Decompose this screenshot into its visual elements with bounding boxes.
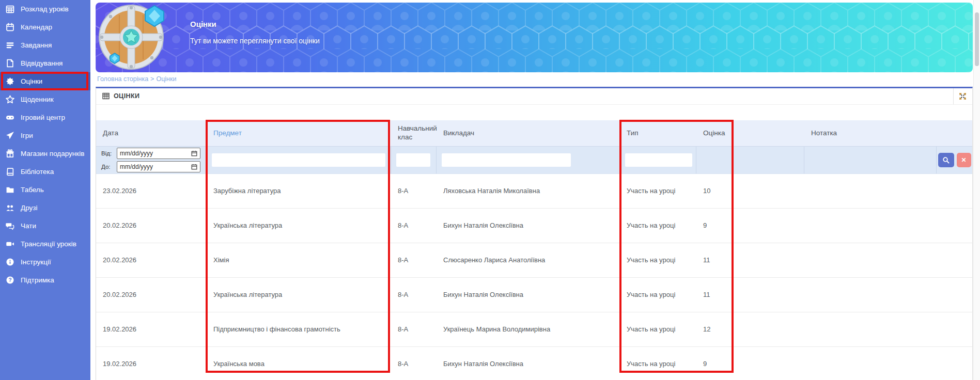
sidebar-item-label: Магазин подарунків — [21, 150, 84, 157]
sidebar-item-diary[interactable]: Щоденник — [0, 90, 90, 108]
cell-teacher: Українець Марина Володимирівна — [437, 312, 620, 346]
cell-class: 8-А — [391, 174, 437, 208]
grades-panel: ОЦІНКИ ДатаПредметНавчальний класВикла — [96, 87, 973, 380]
column-header-actions — [937, 120, 972, 146]
breadcrumb-separator: > — [150, 75, 154, 83]
cell-note — [804, 209, 937, 243]
cell-class: 8-А — [391, 278, 437, 312]
filter-cell-actions: ✕ — [937, 147, 972, 173]
calendar-icon — [6, 23, 14, 31]
clear-filter-button[interactable]: ✕ — [957, 153, 971, 167]
panel-header: ОЦІНКИ — [96, 88, 972, 105]
sidebar-item-library[interactable]: Бібліотека — [0, 163, 90, 181]
filter-cell-teacher — [437, 147, 620, 173]
table-body: 23.02.2026Зарубіжна література8-АЛяховсь… — [96, 174, 972, 380]
sidebar-item-calendar[interactable]: Календар — [0, 18, 90, 36]
sidebar-item-report-card[interactable]: Табель — [0, 181, 90, 199]
sidebar-item-schedule[interactable]: Розклад уроків — [0, 0, 90, 18]
cell-date: 20.02.2026 — [96, 278, 207, 312]
cell-type: Участь на уроці — [620, 347, 696, 380]
cell-type: Участь на уроці — [620, 174, 696, 208]
cell-subject: Підприємництво і фінансова грамотність — [207, 312, 391, 346]
sidebar-item-label: Календар — [21, 23, 52, 31]
sidebar-item-grades[interactable]: Оцінки — [0, 72, 90, 90]
cell-date: 19.02.2026 — [96, 347, 207, 380]
class-filter-input[interactable] — [396, 153, 430, 167]
cell-note — [804, 243, 937, 277]
people-icon — [6, 203, 14, 212]
teacher-filter-input[interactable] — [442, 153, 571, 167]
page-subtitle: Тут ви можете переглянути свої оцінки — [190, 37, 320, 45]
table-filter-row: Від: mm/dd/yyyy — [96, 147, 972, 174]
cell-type: Участь на уроці — [620, 278, 696, 312]
cell-grade: 11 — [696, 243, 804, 277]
sidebar-item-attendance[interactable]: Відвідування — [0, 54, 90, 72]
sidebar-item-label: Друзі — [21, 204, 37, 212]
sidebar-item-tasks[interactable]: Завдання — [0, 36, 90, 54]
cell-type: Участь на уроці — [620, 243, 696, 277]
cell-subject: Українська література — [207, 278, 391, 312]
sidebar-item-lesson-streams[interactable]: Трансляції уроків — [0, 235, 90, 253]
sidebar-item-label: Інструкції — [21, 258, 51, 266]
breadcrumb-home-link[interactable]: Головна сторінка — [97, 75, 148, 83]
scrollbar-thumb[interactable] — [975, 12, 979, 66]
date-to-input[interactable]: mm/dd/yyyy — [117, 161, 200, 172]
sidebar: Розклад уроківКалендарЗавданняВідвідуван… — [0, 0, 90, 380]
table-row: 19.02.2026Українська мова8-АБихун Наталі… — [96, 347, 972, 380]
column-header-type: Тип — [620, 120, 696, 146]
sidebar-item-instructions[interactable]: Інструкції — [0, 253, 90, 271]
rocket-icon — [6, 131, 14, 140]
cell-actions — [937, 243, 972, 277]
cell-date: 20.02.2026 — [96, 243, 207, 277]
cell-grade: 11 — [696, 278, 804, 312]
calendar-picker-icon[interactable] — [191, 164, 197, 170]
sidebar-item-label: Бібліотека — [21, 168, 54, 176]
filter-cell-note — [804, 147, 937, 173]
sidebar-item-games[interactable]: Ігри — [0, 126, 90, 145]
date-from-input[interactable]: mm/dd/yyyy — [117, 148, 200, 159]
cell-actions — [937, 278, 972, 312]
sidebar-item-label: Ігри — [21, 132, 33, 139]
question-icon: ? — [6, 276, 14, 284]
cell-note — [804, 174, 937, 208]
sidebar-item-game-center[interactable]: Ігровий центр — [0, 108, 90, 126]
column-header-subject[interactable]: Предмет — [207, 120, 391, 146]
search-button[interactable] — [938, 153, 954, 167]
badge-icon — [6, 77, 14, 86]
cell-actions — [937, 347, 972, 380]
cell-type: Участь на уроці — [620, 312, 696, 346]
cell-actions — [937, 209, 972, 243]
table-row: 23.02.2026Зарубіжна література8-АЛяховсь… — [96, 174, 972, 209]
gamepad-icon — [6, 113, 14, 122]
sidebar-item-label: Щоденник — [21, 96, 54, 103]
sidebar-item-gift-shop[interactable]: Магазин подарунків — [0, 145, 90, 163]
subject-filter-input[interactable] — [212, 153, 385, 167]
grades-table: ДатаПредметНавчальний класВикладачТипОці… — [96, 120, 972, 380]
calendar-grid-icon — [6, 5, 14, 13]
cell-grade: 9 — [696, 209, 804, 243]
sidebar-item-chats[interactable]: Чати — [0, 217, 90, 235]
sidebar-item-friends[interactable]: Друзі — [0, 199, 90, 217]
cell-date: 19.02.2026 — [96, 312, 207, 346]
cell-note — [804, 347, 937, 380]
panel-header-divider — [953, 88, 954, 104]
vertical-scrollbar[interactable] — [973, 0, 980, 380]
type-filter-input[interactable] — [625, 153, 692, 167]
list-icon — [6, 41, 14, 50]
sidebar-item-support[interactable]: ?Підтримка — [0, 271, 90, 289]
sidebar-item-label: Відвідування — [21, 59, 63, 67]
cell-class: 8-А — [391, 243, 437, 277]
video-icon — [6, 240, 14, 248]
cell-grade: 9 — [696, 347, 804, 380]
expand-icon[interactable] — [958, 92, 967, 101]
cell-date: 20.02.2026 — [96, 209, 207, 243]
sidebar-item-label: Табель — [21, 186, 44, 194]
filter-cell-date: Від: mm/dd/yyyy — [96, 147, 207, 173]
table-row: 20.02.2026Українська література8-АБихун … — [96, 278, 972, 312]
calendar-picker-icon[interactable] — [191, 150, 197, 156]
sidebar-item-label: Завдання — [21, 41, 52, 49]
page-icon — [6, 59, 14, 68]
column-header-teacher: Викладач — [437, 120, 620, 146]
sidebar-item-label: Оцінки — [21, 77, 42, 85]
table-row: 19.02.2026Підприємництво і фінансова гра… — [96, 312, 972, 347]
